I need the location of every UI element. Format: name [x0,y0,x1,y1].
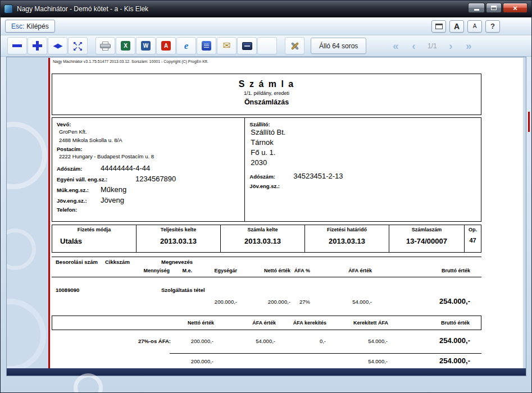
preview-button[interactable] [197,37,216,54]
item-name: Szolgáltatás tétel [161,287,470,293]
payment-method-value: Utalás [52,237,136,245]
summary-vat-label: 27%-os ÁFA: [52,338,171,344]
settings-button[interactable] [285,37,304,54]
scroll-position-marker [528,112,530,132]
fit-width-button[interactable]: ◀▶ [48,37,67,54]
minimize-icon [474,9,479,11]
zoom-out-button[interactable] [7,37,27,54]
open-browser-button[interactable]: e [176,37,196,54]
minimize-button[interactable] [468,3,485,13]
col-qty-header: Mennyiség [52,268,170,273]
summary-col-rounding: ÁFA kerekítés [276,320,326,326]
close-button[interactable]: × [503,3,528,13]
export-excel-button[interactable]: X [116,37,135,54]
buyer-section: Vevő: GroPen Kft. 2488 Mikola Sokolla u.… [52,118,245,221]
fit-width-icon: ◀▶ [53,42,62,49]
col-net-header: Nettó érték [237,268,290,273]
font-increase-button[interactable]: A [449,20,464,33]
nav-last-button[interactable]: » [460,38,478,54]
print-button[interactable] [96,37,115,54]
fit-page-icon: ↖↗ ↙↘ [73,41,83,51]
item-row: 10089090 Szolgáltatás tétel 200.000,- 20… [52,287,481,305]
buyer-tax-label: Adószám: [57,166,101,172]
buyer-address: 2488 Mikola Sokolla u. 8/A [57,136,240,144]
col-vat-pct-header: ÁFA % [290,268,310,273]
buyer-operation-label: Műk.eng.sz.: [57,187,101,193]
col-vat-header: ÁFA érték [310,268,372,273]
help-icon: ? [490,22,495,30]
nav-prev-button[interactable]: ‹ [404,38,422,54]
buyer-postal-address: 2222 Hungary - Budapest Postacím u. 8 [57,152,240,161]
exit-button[interactable]: Esc: Kilépés [5,20,55,33]
supplier-tax-number: 34523451-2-13 [293,172,343,180]
summary-row: 27%-os ÁFA: 200.000,- 54.000,- 0,- 54.00… [52,336,481,345]
help-button[interactable]: ? [485,20,500,33]
internet-explorer-icon: e [184,40,189,52]
fulfillment-date-value: 2013.03.13 [137,237,220,245]
esc-key-label: Esc: [11,22,24,30]
supplier-tax-label: Adószám: [249,173,293,180]
zoom-out-icon [12,44,22,47]
window-icon [435,24,443,29]
item-price: 200.000,- [192,299,237,305]
summary-net: 200.000,- [171,338,213,344]
summary-col-gross: Bruttó érték [388,320,470,326]
export-media-button[interactable] [237,37,257,54]
window-mode-button[interactable] [431,20,446,33]
send-email-button[interactable]: ✉ [217,37,237,54]
document-viewer[interactable]: Nagy Machinátor v3.1.75.51477 2013.03.12… [6,57,526,376]
fulfillment-date-header: Teljesítés kelte [137,227,220,232]
fit-page-button[interactable]: ↖↗ ↙↘ [68,37,88,54]
supplier-street: Fő u. 1. [249,148,476,158]
buyer-operation-number: Műkeng [101,185,126,194]
background-decoration [74,373,103,393]
buyer-excise-number: Jöveng [101,196,124,204]
nav-next-button[interactable]: › [442,38,460,54]
items-header: Besorolási szám Cikkszám Megnevezés Menn… [52,257,481,277]
buyer-label: Vevő: [57,121,240,127]
col-price-header: Egységár [192,268,237,273]
item-vat: 54.000,- [310,299,372,305]
maximize-icon [491,6,497,10]
due-date-value: 2013.03.13 [305,237,389,245]
invoice-date-header: Számla kelte [221,227,304,232]
invoice-number-value: 13-74/00007 [389,237,464,245]
supplier-excise-label: Jöv.eng.sz.: [249,183,476,189]
buyer-entrepreneur-label: Egyéni váll. eng.sz.: [57,176,135,182]
mail-icon: ✉ [222,41,230,51]
word-icon: W [141,41,151,51]
col-code-header: Besorolási szám [56,259,105,265]
summary-col-net: Nettó érték [171,320,214,326]
background-decoration [6,299,46,372]
item-net: 200.000,- [237,299,290,305]
col-unit-header: M.e. [170,268,192,273]
font-decrease-button[interactable]: A [467,20,482,33]
col-name-header: Megnevezés [161,259,470,265]
op-value: 47 [465,237,481,244]
invoice-title: S z á m l a [52,79,481,89]
titlebar: Nagy Machinátor - Demó kötet - a - Kis E… [1,1,531,17]
export-pdf-button[interactable]: A [156,37,176,54]
summary-col-rounded: Kerekített ÁFA [326,320,388,326]
exit-label: Kilépés [26,22,48,30]
invoice-copy-info: 1/1. példány, eredeti [52,90,481,96]
pdf-icon: A [161,41,171,51]
zoom-in-button[interactable] [28,37,47,54]
buyer-excise-label: Jöv.eng.sz.: [57,198,101,204]
page-layout-button[interactable]: Álló 64 soros [311,38,366,54]
nav-first-button[interactable]: « [387,38,404,54]
invoice-page: Nagy Machinátor v3.1.75.51477 2013.03.12… [48,58,523,368]
zoom-in-icon [33,41,42,51]
blank-button[interactable] [257,37,277,54]
toolbar: ◀▶ ↖↗ ↙↘ X W A e ✉ Álló 64 soros « ‹ 1/1… [1,35,531,57]
export-word-button[interactable]: W [136,37,156,54]
total-rounded-vat: 54.000,- [326,358,388,364]
background-decoration [6,229,36,270]
media-export-icon [242,42,252,50]
totals-divider [170,353,481,354]
supplier-section: Szállító: Szállító Bt. Tárnok Fő u. 1. 2… [245,118,481,221]
summary-gross: 254.000,- [388,336,470,345]
invoice-subtitle: Önszámlázás [52,98,481,106]
payment-method-header: Fizetés módja [52,227,136,232]
maximize-button[interactable] [486,3,502,13]
